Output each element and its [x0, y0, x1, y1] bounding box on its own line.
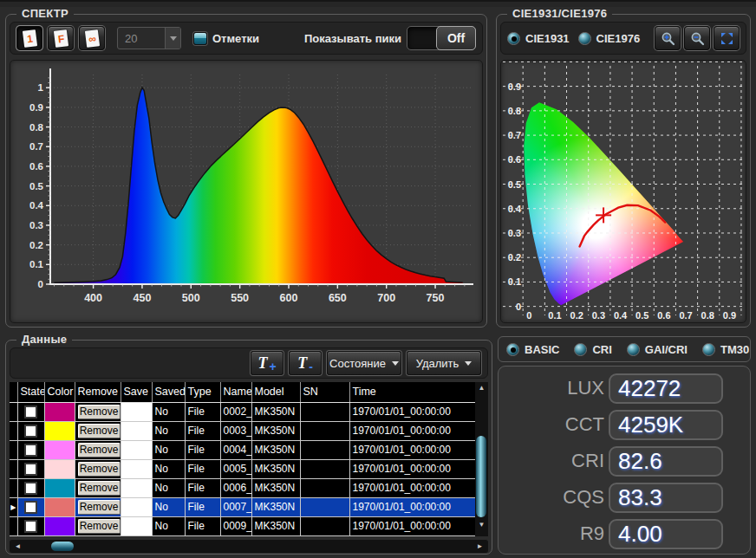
file-measure-button[interactable]: F	[48, 26, 74, 50]
metric-cqs: CQS 83.3	[499, 479, 750, 516]
zoom-out-button[interactable]	[684, 26, 710, 50]
continuous-measure-button[interactable]: ∞	[79, 26, 105, 50]
radio-cie1931[interactable]: CIE1931	[507, 32, 570, 45]
vertical-scrollbar-thumb[interactable]	[476, 436, 486, 517]
radio-cie1976[interactable]: CIE1976	[578, 32, 641, 45]
radio-dot-cie1931[interactable]	[507, 32, 520, 45]
horizontal-scrollbar[interactable]: ◄ ►	[10, 540, 488, 553]
state-checkbox[interactable]	[24, 501, 37, 514]
col-header-name[interactable]: Name	[220, 382, 251, 402]
col-header-color[interactable]: Color	[44, 382, 75, 402]
col-header-time[interactable]: Time	[349, 382, 475, 402]
scroll-right-icon[interactable]: ►	[473, 542, 486, 550]
remove-button[interactable]: Remove	[78, 481, 121, 496]
lux-value: 42272	[618, 375, 681, 402]
table-row[interactable]: RemoveNoFile0004_MMK350N1970/01/01_00:00…	[10, 440, 475, 459]
col-header-model[interactable]: Model	[251, 382, 300, 402]
delete-dropdown[interactable]: Удалить	[407, 351, 481, 375]
table-row[interactable]: RemoveNoFile0005_MMK350N1970/01/01_00:00…	[10, 459, 475, 478]
col-header-saved[interactable]: Saved	[152, 382, 185, 402]
fit-view-icon	[720, 31, 734, 46]
remove-button[interactable]: Remove	[78, 500, 121, 515]
radio-dot-gai-cri[interactable]	[627, 343, 640, 356]
save-cell[interactable]	[121, 478, 152, 497]
marks-checkbox-label: Отметки	[212, 32, 259, 45]
tab-gai-cri[interactable]: GAI/CRI	[627, 343, 688, 356]
type-cell: File	[185, 459, 220, 478]
state-checkbox[interactable]	[24, 463, 37, 476]
type-cell: File	[185, 516, 220, 535]
col-header-remove[interactable]: Remove	[75, 382, 121, 402]
tab-tm30[interactable]: TM30	[702, 343, 749, 356]
remove-tag-button[interactable]: T-	[289, 351, 322, 375]
state-checkbox[interactable]	[24, 444, 37, 457]
spectrum-chart-svg: 00.10.20.30.40.50.60.70.80.9140045050055…	[10, 61, 482, 322]
save-cell[interactable]	[121, 497, 152, 516]
table-row[interactable]: RemoveNoFile0006_MMK350N1970/01/01_00:00…	[10, 478, 475, 497]
remove-button[interactable]: Remove	[78, 519, 121, 534]
scroll-down-icon[interactable]: ▼	[475, 521, 488, 529]
color-swatch	[44, 516, 75, 535]
fit-view-button[interactable]	[714, 26, 740, 50]
zoom-in-button[interactable]	[655, 26, 681, 50]
col-header-type[interactable]: Type	[185, 382, 220, 402]
marks-checkbox[interactable]	[193, 32, 207, 45]
data-toolbar: T+ T- Состояние Удалить	[10, 347, 488, 379]
time-cell: 1970/01/01_00:00:00	[349, 440, 475, 459]
saved-cell: No	[152, 478, 185, 497]
remove-button[interactable]: Remove	[78, 443, 121, 457]
state-checkbox[interactable]	[24, 482, 37, 495]
scroll-left-icon[interactable]: ◄	[11, 542, 24, 550]
state-dropdown[interactable]: Состояние	[327, 351, 401, 375]
state-checkbox[interactable]	[24, 520, 37, 533]
save-cell[interactable]	[121, 402, 152, 421]
state-checkbox[interactable]	[24, 425, 37, 438]
saved-cell: No	[152, 440, 185, 459]
horizontal-scrollbar-thumb[interactable]	[51, 542, 74, 551]
svg-text:1: 1	[38, 82, 44, 93]
vertical-scrollbar[interactable]: ▲ ▼	[475, 382, 488, 536]
saved-cell: No	[152, 516, 185, 535]
svg-text:0.5: 0.5	[29, 181, 44, 191]
radio-dot-cie1976[interactable]	[578, 32, 591, 45]
save-cell[interactable]	[121, 459, 152, 478]
tab-cri[interactable]: CRI	[574, 343, 611, 356]
table-row[interactable]: RemoveNoFile0003_MMK350N1970/01/01_00:00…	[10, 421, 475, 440]
state-checkbox[interactable]	[24, 406, 37, 418]
radio-dot-tm30[interactable]	[702, 343, 715, 356]
save-cell[interactable]	[121, 516, 152, 535]
col-header-save[interactable]: Save	[121, 382, 152, 402]
table-row[interactable]: RemoveNoFile0002_MMK350N1970/01/01_00:00…	[10, 402, 475, 421]
show-peaks-toggle[interactable]: Off	[407, 26, 476, 50]
cie-chart: 00.10.20.30.40.50.60.70.80.900.10.20.30.…	[500, 60, 746, 323]
marks-count-value: 20	[118, 32, 165, 45]
col-header-state[interactable]: State	[17, 382, 44, 402]
add-tag-button[interactable]: T+	[251, 351, 284, 375]
show-peaks-toggle-knob[interactable]: Off	[436, 26, 476, 50]
measurement-table-wrap: StateColorRemoveSaveSavedTypeNameModelSN…	[10, 382, 488, 536]
table-row[interactable]: ▶RemoveNoFile0007_MMK350N1970/01/01_00:0…	[10, 497, 475, 516]
remove-button[interactable]: Remove	[78, 405, 121, 419]
color-swatch	[44, 459, 75, 478]
model-cell: MK350N	[251, 516, 300, 535]
single-measure-button[interactable]: 1	[16, 26, 42, 50]
table-row[interactable]: RemoveNoFile0009_MMK350N1970/01/01_00:00…	[10, 516, 475, 535]
save-cell[interactable]	[121, 440, 152, 459]
col-header-sn[interactable]: SN	[300, 382, 349, 402]
scroll-up-icon[interactable]: ▲	[475, 384, 488, 392]
remove-button[interactable]: Remove	[78, 424, 121, 438]
cie-panel: CIE1931/CIE1976 CIE1931 CIE1976	[496, 14, 751, 328]
svg-text:0: 0	[38, 279, 43, 289]
remove-button[interactable]: Remove	[78, 462, 121, 477]
sn-cell	[300, 459, 349, 478]
metric-lux: LUX 42272	[499, 370, 750, 406]
time-cell: 1970/01/01_00:00:00	[349, 402, 475, 421]
measurement-table: StateColorRemoveSaveSavedTypeNameModelSN…	[10, 382, 488, 536]
save-cell[interactable]	[121, 421, 152, 440]
svg-text:0.1: 0.1	[29, 259, 44, 269]
radio-dot-cri[interactable]	[574, 343, 587, 356]
radio-dot-basic[interactable]	[506, 343, 519, 356]
col-header-rowhdr[interactable]	[10, 382, 17, 402]
tab-basic[interactable]: BASIC	[506, 343, 559, 356]
marks-count-dropdown[interactable]: 20	[117, 27, 181, 49]
